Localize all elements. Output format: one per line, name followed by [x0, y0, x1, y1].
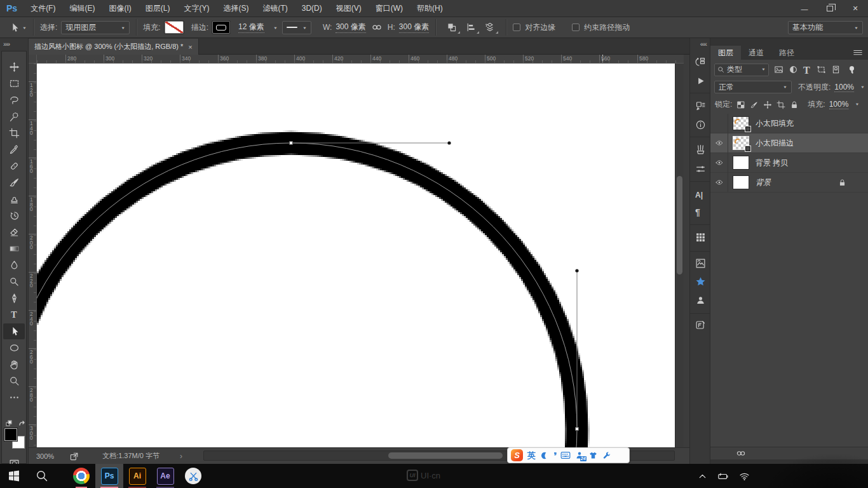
path-arrangement-button[interactable]: [480, 20, 499, 35]
link-wh-icon[interactable]: [371, 23, 383, 32]
vertical-scrollbar[interactable]: [675, 64, 684, 447]
layer-thumbnail[interactable]: [733, 156, 749, 170]
menu-edit[interactable]: 编辑(E): [62, 0, 102, 17]
tool-eraser[interactable]: [3, 224, 25, 240]
start-button[interactable]: [0, 464, 28, 488]
tab-layers[interactable]: 图层: [710, 46, 741, 60]
chinese-english-toggle[interactable]: 英: [527, 450, 536, 461]
close-tab-icon[interactable]: ×: [188, 43, 192, 51]
brush-settings-panel-icon[interactable]: [695, 164, 706, 175]
moon-icon[interactable]: [540, 451, 549, 460]
filter-shape-layers-icon[interactable]: [817, 65, 826, 74]
visibility-toggle[interactable]: [710, 133, 728, 153]
taskbar-chrome[interactable]: [67, 464, 95, 488]
tool-move[interactable]: [3, 59, 25, 75]
tool-marquee[interactable]: [3, 76, 25, 92]
brushes-panel-icon[interactable]: [695, 144, 706, 155]
layer-name[interactable]: 背景 拷贝: [756, 158, 788, 168]
scrollbar-thumb[interactable]: [677, 176, 682, 274]
layer-name[interactable]: 背景: [756, 177, 771, 188]
glyphs-panel-icon[interactable]: [695, 232, 706, 243]
panel-menu-icon[interactable]: [853, 49, 863, 57]
tab-channels[interactable]: 通道: [741, 46, 771, 60]
lock-artboard-icon[interactable]: [776, 100, 785, 109]
collapse-dock-icon[interactable]: ««: [700, 40, 707, 48]
star-panel-icon[interactable]: [695, 276, 706, 287]
wrench-icon[interactable]: [602, 451, 611, 460]
character-panel-icon[interactable]: A|: [695, 189, 703, 200]
path-alignment-button[interactable]: [461, 20, 480, 35]
tool-dodge[interactable]: [3, 274, 25, 290]
layer-row[interactable]: 小太阳填充: [710, 114, 868, 133]
document-tab[interactable]: 描边风格小图标 @ 300% (小太阳描边, RGB/8) * ×: [29, 39, 199, 55]
tool-lasso[interactable]: [3, 92, 25, 108]
tool-eyedropper[interactable]: [3, 142, 25, 158]
close-button[interactable]: ✕: [843, 0, 868, 17]
search-button[interactable]: [28, 464, 56, 488]
tool-pen[interactable]: [3, 290, 25, 306]
foreground-color-swatch[interactable]: [4, 428, 17, 441]
taskbar-after-effects[interactable]: Ae: [151, 464, 179, 488]
history-panel-icon[interactable]: [695, 57, 706, 67]
keyboard-icon[interactable]: [560, 451, 571, 459]
width-input[interactable]: 300 像素: [336, 22, 365, 33]
taskbar-snipping-tool[interactable]: [179, 464, 207, 488]
taskbar-illustrator[interactable]: Ai: [123, 464, 151, 488]
menu-help[interactable]: 帮助(H): [410, 0, 450, 17]
align-edges-checkbox[interactable]: [513, 24, 520, 31]
tool-quick-selection[interactable]: [3, 109, 25, 125]
tool-ellipse[interactable]: [3, 340, 25, 356]
ime-toolbar[interactable]: S 英 ’’ 24: [507, 447, 630, 463]
fill-swatch[interactable]: [165, 21, 184, 34]
info-panel-icon[interactable]: [695, 119, 706, 130]
taskbar-photoshop[interactable]: Ps: [95, 464, 123, 488]
scrollbar-thumb[interactable]: [388, 452, 503, 459]
menu-select[interactable]: 选择(S): [216, 0, 255, 17]
wifi-icon[interactable]: [739, 471, 750, 482]
restore-button[interactable]: [817, 0, 843, 17]
link-layers-icon[interactable]: [735, 449, 747, 458]
layer-name[interactable]: 小太阳填充: [756, 118, 794, 129]
paragraph-panel-icon[interactable]: ¶: [695, 207, 700, 217]
battery-icon[interactable]: [717, 471, 730, 482]
workspace-dropdown[interactable]: 基本功能▼: [788, 21, 863, 34]
menu-image[interactable]: 图像(I): [102, 0, 138, 17]
punctuation-icon[interactable]: ’’: [553, 450, 556, 461]
filter-toggle-icon[interactable]: [847, 65, 857, 74]
share-icon[interactable]: [69, 451, 79, 461]
layer-row[interactable]: 小太阳描边: [710, 133, 868, 153]
chevron-up-icon[interactable]: [697, 471, 708, 482]
tool-history-brush[interactable]: [3, 208, 25, 224]
select-mode-dropdown[interactable]: 现用图层▼: [61, 21, 130, 34]
tool-type[interactable]: T: [3, 307, 25, 323]
styles-panel-icon[interactable]: [695, 258, 706, 269]
filter-pixel-layers-icon[interactable]: [774, 65, 783, 74]
default-swap-colors[interactable]: [4, 420, 26, 428]
layer-row[interactable]: 背景: [710, 173, 868, 193]
tool-spot-healing[interactable]: [3, 158, 25, 174]
stroke-type-dropdown[interactable]: ▼: [282, 21, 311, 34]
tool-hand[interactable]: [3, 356, 25, 372]
stroke-swatch[interactable]: [212, 21, 230, 34]
menu-3d[interactable]: 3D(D): [295, 0, 329, 17]
menu-filter[interactable]: 滤镜(T): [255, 0, 294, 17]
path-operations-button[interactable]: [442, 20, 461, 35]
actions-panel-icon[interactable]: [695, 76, 706, 86]
tool-blur[interactable]: [3, 257, 25, 273]
menu-view[interactable]: 视图(V): [329, 0, 369, 17]
tool-clone-stamp[interactable]: [3, 191, 25, 207]
visibility-toggle[interactable]: [710, 173, 728, 193]
height-input[interactable]: 300 像素: [399, 22, 429, 33]
tool-gradient[interactable]: [3, 241, 25, 257]
menu-window[interactable]: 窗口(W): [369, 0, 410, 17]
filter-type-layers-icon[interactable]: T: [803, 65, 811, 74]
layer-thumbnail[interactable]: [733, 116, 749, 130]
menu-layer[interactable]: 图层(L): [139, 0, 177, 17]
tool-zoom[interactable]: [3, 373, 25, 389]
stroke-width-dropdown[interactable]: 12 像素▼: [234, 21, 282, 34]
tool-brush[interactable]: [3, 175, 25, 191]
filter-adjustment-layers-icon[interactable]: [789, 65, 798, 74]
layer-thumbnail[interactable]: [733, 175, 749, 189]
blend-mode-dropdown[interactable]: 正常 ▼: [714, 81, 792, 93]
adjustments-panel-icon[interactable]: [695, 100, 706, 111]
